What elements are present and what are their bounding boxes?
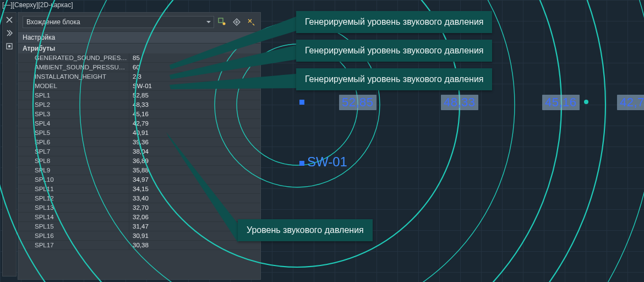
- spl-value-spl4[interactable]: 42,79: [617, 95, 644, 110]
- spl-value-spl1[interactable]: 52,85: [339, 95, 376, 110]
- spl-value-spl2[interactable]: 48,33: [441, 95, 478, 110]
- callout-3: Генерируемый уровень звукового давления: [296, 68, 492, 90]
- callout-4: Уровень звукового давления: [238, 219, 373, 241]
- callout-1: Генерируемый уровень звукового давления: [296, 11, 492, 33]
- callout-2: Генерируемый уровень звукового давления: [296, 40, 492, 62]
- spl-value-spl3[interactable]: 45,16: [542, 95, 580, 110]
- grip-sw-label[interactable]: [299, 161, 304, 166]
- model-label: SW-01: [307, 154, 347, 170]
- grip-origin[interactable]: [299, 100, 304, 105]
- svg-point-11: [584, 100, 588, 104]
